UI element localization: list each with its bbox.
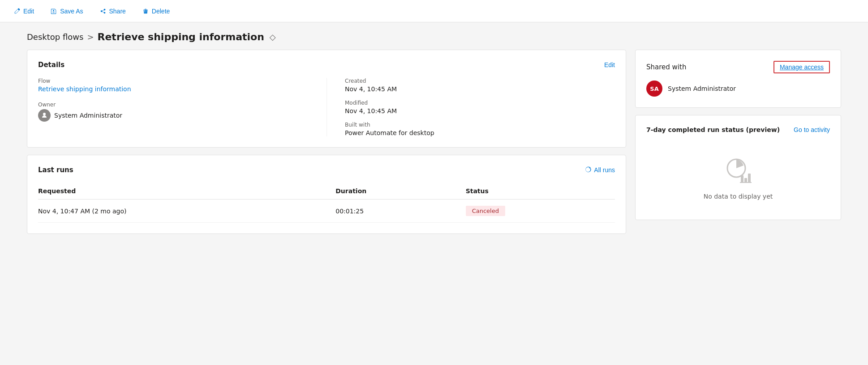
built-with-detail: Built with Power Automate for desktop: [345, 122, 615, 136]
requested-column-header: Requested: [38, 183, 327, 199]
status-column-header: Status: [457, 183, 615, 199]
details-card-title: Details: [38, 61, 64, 69]
all-runs-label: All runs: [594, 166, 615, 174]
delete-icon: [142, 8, 149, 15]
manage-access-button[interactable]: Manage access: [773, 61, 830, 73]
owner-row: System Administrator: [38, 109, 309, 122]
toolbar: Edit Save As Share Delete: [0, 0, 868, 22]
built-with-value: Power Automate for desktop: [345, 129, 615, 136]
left-panel: Details Edit Flow Retrieve shipping info…: [27, 50, 626, 234]
details-edit-button[interactable]: Edit: [604, 61, 615, 68]
owner-detail: Owner System Administrator: [38, 102, 309, 122]
table-row: Nov 4, 10:47 AM (2 mo ago) 00:01:25 Canc…: [38, 199, 615, 223]
details-card: Details Edit Flow Retrieve shipping info…: [27, 50, 626, 148]
no-data-area: No data to display yet: [646, 147, 830, 209]
shared-with-card: Shared with Manage access SA System Admi…: [635, 50, 841, 108]
svg-rect-2: [744, 178, 747, 182]
modified-value: Nov 4, 10:45 AM: [345, 107, 615, 115]
all-runs-button[interactable]: All runs: [585, 166, 615, 174]
created-label: Created: [345, 78, 615, 84]
share-button[interactable]: Share: [97, 6, 129, 17]
activity-card: 7-day completed run status (preview) Go …: [635, 115, 841, 220]
runs-header-row: Requested Duration Status: [38, 183, 615, 199]
activity-header: 7-day completed run status (preview) Go …: [646, 126, 830, 133]
delete-label: Delete: [152, 8, 170, 15]
share-icon: [99, 8, 107, 15]
modified-label: Modified: [345, 100, 615, 106]
save-as-label: Save As: [60, 8, 83, 15]
breadcrumb-separator: >: [87, 32, 94, 42]
run-status: Canceled: [457, 199, 615, 223]
edit-button[interactable]: Edit: [11, 6, 37, 17]
last-runs-header: Last runs All runs: [38, 166, 615, 174]
share-label: Share: [109, 8, 126, 15]
details-card-header: Details Edit: [38, 61, 615, 69]
built-with-label: Built with: [345, 122, 615, 128]
breadcrumb: Desktop flows > Retrieve shipping inform…: [0, 22, 868, 50]
person-icon: [41, 112, 48, 119]
modified-detail: Modified Nov 4, 10:45 AM: [345, 100, 615, 115]
delete-button[interactable]: Delete: [139, 6, 172, 17]
breadcrumb-parent[interactable]: Desktop flows: [27, 32, 83, 42]
created-value: Nov 4, 10:45 AM: [345, 85, 615, 93]
shared-user-name: System Administrator: [668, 85, 736, 92]
runs-table-body: Nov 4, 10:47 AM (2 mo ago) 00:01:25 Canc…: [38, 199, 615, 223]
edit-icon: [13, 8, 21, 15]
refresh-icon: [585, 166, 591, 174]
owner-label: Owner: [38, 102, 309, 108]
details-right-column: Created Nov 4, 10:45 AM Modified Nov 4, …: [327, 78, 615, 136]
details-grid: Flow Retrieve shipping information Owner…: [38, 78, 615, 136]
flow-label: Flow: [38, 78, 309, 84]
chart-placeholder-icon: [724, 156, 752, 184]
owner-name: System Administrator: [54, 112, 122, 119]
save-as-icon: [50, 8, 57, 15]
save-as-button[interactable]: Save As: [47, 6, 86, 17]
run-duration: 00:01:25: [327, 199, 456, 223]
svg-rect-3: [748, 174, 751, 182]
shared-user-row: SA System Administrator: [646, 81, 830, 97]
run-requested: Nov 4, 10:47 AM (2 mo ago): [38, 199, 327, 223]
flow-detail: Flow Retrieve shipping information: [38, 78, 309, 93]
last-runs-title: Last runs: [38, 166, 73, 174]
no-data-text: No data to display yet: [704, 193, 773, 200]
details-left-column: Flow Retrieve shipping information Owner…: [38, 78, 327, 136]
svg-rect-1: [741, 175, 743, 182]
created-detail: Created Nov 4, 10:45 AM: [345, 78, 615, 93]
owner-avatar: [38, 109, 51, 122]
duration-column-header: Duration: [327, 183, 456, 199]
shared-user-avatar: SA: [646, 81, 662, 97]
main-layout: Details Edit Flow Retrieve shipping info…: [0, 50, 868, 247]
shared-user-initials: SA: [650, 85, 658, 92]
edit-label: Edit: [23, 8, 34, 15]
last-runs-card: Last runs All runs Requested Duration S: [27, 155, 626, 234]
status-badge: Canceled: [466, 206, 505, 216]
flow-name-value: Retrieve shipping information: [38, 85, 309, 93]
shared-with-header: Shared with Manage access: [646, 61, 830, 73]
diamond-icon: ◇: [270, 32, 276, 42]
no-data-icon: [724, 156, 752, 186]
runs-table: Requested Duration Status Nov 4, 10:47 A…: [38, 183, 615, 223]
activity-title: 7-day completed run status (preview): [646, 126, 780, 133]
shared-with-title: Shared with: [646, 63, 686, 71]
breadcrumb-current: Retrieve shipping information: [98, 31, 264, 42]
right-panel: Shared with Manage access SA System Admi…: [635, 50, 841, 234]
go-to-activity-button[interactable]: Go to activity: [794, 126, 830, 133]
runs-table-header: Requested Duration Status: [38, 183, 615, 199]
